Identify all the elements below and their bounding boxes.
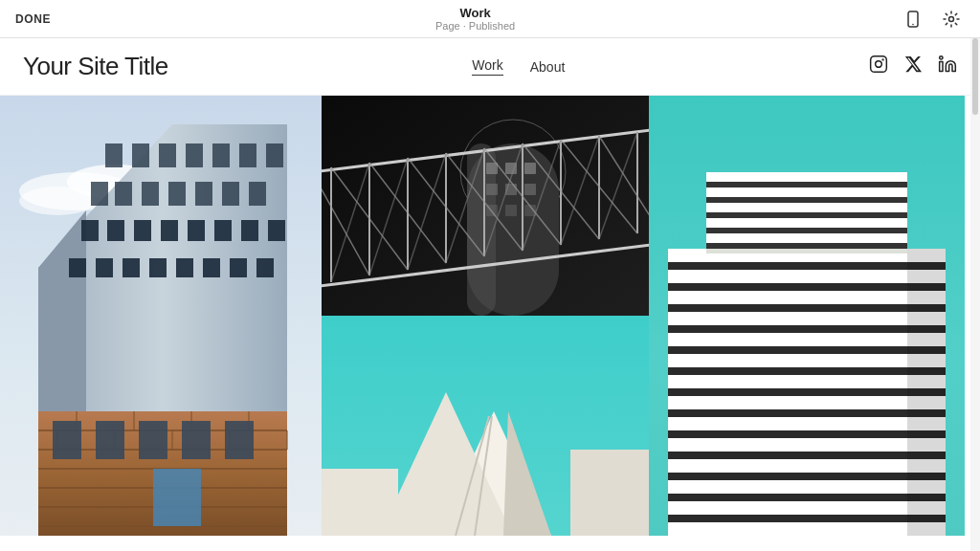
site-social (869, 55, 957, 78)
svg-rect-65 (225, 421, 254, 459)
svg-rect-143 (706, 203, 907, 212)
site-header: Your Site Title Work About (0, 38, 980, 96)
svg-rect-116 (668, 312, 946, 325)
nav-link-work[interactable]: Work (472, 57, 502, 76)
nav-link-about[interactable]: About (530, 59, 566, 75)
svg-rect-23 (115, 182, 132, 206)
photo-grid (0, 96, 980, 536)
svg-point-11 (19, 187, 96, 215)
svg-rect-30 (107, 220, 124, 241)
svg-rect-118 (668, 333, 946, 346)
svg-rect-17 (159, 143, 176, 167)
svg-rect-126 (668, 417, 946, 430)
photo-cell-1 (0, 96, 322, 536)
site-nav: Work About (472, 57, 565, 76)
svg-rect-25 (168, 182, 186, 206)
photo-cell-3 (649, 96, 965, 536)
svg-rect-147 (706, 233, 907, 243)
svg-rect-20 (239, 143, 256, 167)
svg-rect-130 (668, 459, 946, 473)
svg-rect-113 (668, 283, 946, 291)
svg-rect-122 (668, 375, 946, 388)
svg-rect-74 (486, 184, 498, 195)
svg-rect-148 (706, 243, 907, 249)
svg-point-2 (949, 16, 954, 21)
svg-rect-128 (668, 438, 946, 452)
svg-point-1 (912, 23, 914, 25)
scrollbar-thumb[interactable] (972, 38, 978, 115)
svg-rect-119 (668, 346, 946, 354)
svg-rect-32 (161, 220, 178, 241)
svg-rect-112 (668, 270, 946, 283)
mobile-icon (903, 10, 923, 29)
svg-rect-142 (706, 197, 907, 203)
svg-rect-76 (524, 184, 536, 195)
svg-rect-144 (706, 212, 907, 218)
svg-rect-43 (230, 258, 247, 277)
svg-rect-21 (266, 143, 283, 167)
svg-rect-132 (668, 480, 946, 494)
linkedin-icon[interactable] (938, 55, 957, 78)
svg-rect-15 (105, 143, 122, 167)
svg-rect-39 (122, 258, 140, 277)
svg-rect-154 (570, 450, 649, 536)
svg-rect-146 (706, 228, 907, 233)
twitter-icon[interactable] (903, 55, 923, 78)
scrollbar[interactable] (970, 38, 980, 551)
done-button[interactable]: DONE (15, 12, 51, 26)
svg-rect-44 (256, 258, 274, 277)
page-title-bar: Work (459, 6, 490, 20)
svg-rect-36 (268, 220, 285, 241)
svg-rect-131 (668, 473, 946, 480)
svg-rect-141 (706, 187, 907, 197)
svg-point-4 (876, 61, 882, 68)
svg-rect-78 (505, 205, 517, 216)
settings-button[interactable] (938, 6, 965, 33)
svg-rect-42 (203, 258, 220, 277)
svg-rect-117 (668, 325, 946, 333)
svg-rect-153 (322, 469, 398, 536)
svg-rect-120 (668, 354, 946, 367)
svg-rect-114 (668, 291, 946, 304)
svg-rect-66 (153, 469, 201, 526)
svg-rect-123 (668, 388, 946, 396)
instagram-icon[interactable] (869, 55, 888, 78)
svg-rect-29 (81, 220, 99, 241)
svg-rect-34 (214, 220, 232, 241)
svg-rect-37 (69, 258, 86, 277)
svg-rect-33 (188, 220, 205, 241)
svg-rect-71 (486, 163, 498, 174)
svg-rect-28 (249, 182, 266, 206)
svg-point-5 (882, 59, 883, 60)
svg-rect-139 (706, 172, 907, 182)
svg-rect-40 (149, 258, 167, 277)
svg-rect-63 (139, 421, 167, 459)
svg-rect-73 (524, 163, 536, 174)
photo-cell-4 (322, 316, 649, 536)
top-bar-left: DONE (15, 12, 51, 26)
top-bar-right (900, 6, 965, 33)
svg-rect-127 (668, 430, 946, 438)
svg-rect-134 (668, 501, 946, 515)
svg-point-7 (940, 56, 943, 59)
svg-rect-64 (182, 421, 211, 459)
svg-rect-125 (668, 409, 946, 417)
top-bar-center: Work Page · Published (435, 6, 515, 32)
svg-rect-38 (96, 258, 113, 277)
svg-rect-62 (96, 421, 124, 459)
svg-rect-137 (907, 249, 946, 536)
svg-rect-18 (186, 143, 203, 167)
svg-rect-27 (222, 182, 239, 206)
top-bar: DONE Work Page · Published (0, 0, 980, 38)
svg-rect-6 (940, 62, 943, 72)
svg-rect-124 (668, 396, 946, 409)
photo-cell-2 (322, 96, 649, 316)
svg-rect-136 (668, 522, 946, 536)
svg-rect-140 (706, 182, 907, 187)
svg-rect-31 (134, 220, 151, 241)
svg-rect-129 (668, 452, 946, 459)
svg-rect-41 (176, 258, 193, 277)
svg-rect-61 (53, 421, 81, 459)
mobile-preview-button[interactable] (900, 6, 926, 33)
site-title: Your Site Title (23, 52, 168, 81)
